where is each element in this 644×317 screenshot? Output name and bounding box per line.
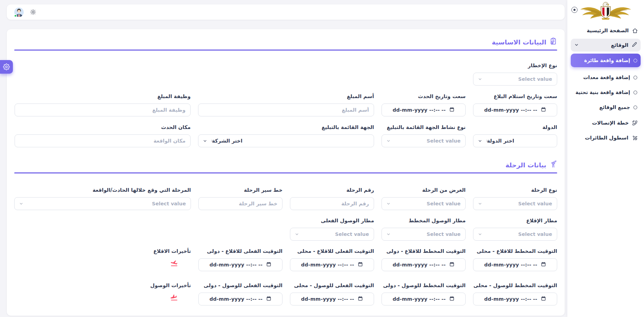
field-label: مطار الإقلاع: [473, 218, 557, 224]
chevron-down-icon: [574, 42, 579, 49]
calendar-icon: [449, 296, 454, 302]
calendar-icon: [358, 296, 363, 302]
field-label: نوع نشاط الجهة القائمة بالتبليغ: [382, 124, 466, 131]
field-label: الدولة: [473, 124, 557, 131]
flight-landing-icon: [170, 294, 178, 301]
field-reporter-name: أسم المبلغ: [198, 93, 374, 116]
radio-circle-icon: [633, 76, 637, 79]
actual-departure-intl-input[interactable]: dd-mm-yyyy --:-- --: [198, 258, 282, 271]
planned-arrival-airport-select[interactable]: Select value: [382, 228, 466, 241]
actual-arrival-local-input[interactable]: dd-mm-yyyy --:-- --: [290, 293, 374, 305]
field-label: التوقيت الفعلى للاقلاع - محلى: [290, 248, 374, 255]
chevron-down-icon: [478, 139, 482, 143]
report-received-datetime-input[interactable]: dd-mm-yyyy --:-- --: [473, 104, 557, 116]
field-label: التوقيت الفعلى للاقلاع - دولى: [198, 248, 282, 255]
actual-departure-local-input[interactable]: dd-mm-yyyy --:-- --: [290, 258, 374, 271]
notification-type-select[interactable]: Select value: [473, 73, 557, 86]
clear-icon[interactable]: ×: [211, 139, 214, 143]
radio-circle-icon: [633, 106, 637, 109]
chevron-down-icon: [386, 202, 391, 206]
user-avatar[interactable]: [14, 7, 24, 17]
field-label: خط سير الرحلة: [198, 187, 282, 193]
sidebar-item-add-infrastructure-incident[interactable]: إضافة واقعة بنية تحتية: [571, 88, 641, 96]
incident-form-card: البيانات الاساسية نوع الإخطار Select val…: [7, 29, 565, 316]
pencil-icon: [632, 42, 637, 49]
actual-arrival-intl-input[interactable]: dd-mm-yyyy --:-- --: [198, 293, 282, 305]
page: الصفحة الرئيسية الوقائع إضافة واقعة طائر…: [0, 0, 644, 317]
sidebar-item-label: إضافة واقعة معدات: [583, 75, 630, 80]
sidebar-item-label: إضافة واقعة بنية تحتية: [575, 90, 630, 95]
field-label: الجهة القائمة بالتبليغ: [198, 124, 374, 131]
sidebar-item-label: الصفحة الرئيسية: [587, 27, 629, 34]
field-label: التوقيت المخطط للوصول - محلى: [473, 282, 557, 289]
flight-type-select[interactable]: Select value: [473, 197, 557, 210]
planned-arrival-local-input[interactable]: dd-mm-yyyy --:-- --: [473, 293, 557, 305]
event-datetime-input[interactable]: dd-mm-yyyy --:-- --: [382, 104, 466, 116]
flight-takeoff-icon: [170, 259, 178, 267]
sidebar-item-add-equipment-incident[interactable]: إضافة واقعة معدات: [571, 73, 641, 81]
flight-route-input[interactable]: [198, 197, 282, 210]
planned-departure-intl-input[interactable]: dd-mm-yyyy --:-- --: [382, 258, 466, 271]
reporter-name-input[interactable]: [198, 104, 374, 116]
field-label: نوع الإخطار: [473, 62, 557, 69]
clear-icon[interactable]: ×: [486, 139, 489, 143]
calendar-icon: [541, 262, 546, 268]
org-activity-select[interactable]: Select value: [382, 134, 466, 147]
field-actual-arrival-local: التوقيت الفعلى للوصول - محلى dd-mm-yyyy …: [290, 282, 374, 305]
calendar-icon: [449, 107, 454, 113]
calendar-icon: [266, 262, 271, 268]
departure-airport-select[interactable]: Select value: [473, 228, 557, 241]
field-label: أسم المبلغ: [198, 93, 374, 100]
field-reporter-job: وظيفة المبلغ: [15, 93, 191, 116]
sidebar-item-communications-plan[interactable]: خطة الإتصالات: [571, 118, 641, 128]
chevron-down-icon: [478, 232, 482, 237]
reporting-org-select[interactable]: اختر الشركة ×: [198, 134, 374, 147]
flight-purpose-select[interactable]: Select value: [382, 197, 466, 210]
calendar-icon: [358, 262, 363, 268]
sidebar-item-add-aircraft-incident[interactable]: إضافة واقعة طائرة: [571, 54, 641, 67]
field-departure-airport: مطار الإقلاع Select value: [473, 218, 557, 241]
datetime-placeholder: dd-mm-yyyy --:-- --: [393, 296, 446, 302]
select-value: اختر الدولة: [487, 138, 514, 144]
flight-phase-select[interactable]: Select value: [14, 197, 191, 210]
field-label: المرحلة التي وقع خلالها الحادث/الواقعة: [14, 187, 191, 193]
select-placeholder: Select value: [427, 138, 461, 144]
sidebar-group-label: الوقائع: [611, 42, 628, 48]
field-actual-arrival-airport: مطار الوصول الفعلى Select value: [290, 218, 374, 241]
planned-arrival-intl-input[interactable]: dd-mm-yyyy --:-- --: [382, 293, 466, 305]
reporter-job-input[interactable]: [15, 104, 191, 116]
home-icon: [632, 28, 638, 34]
sidebar-item-label: اسطول الطائرات: [585, 135, 628, 141]
sidebar-nav: الصفحة الرئيسية الوقائع إضافة واقعة طائر…: [571, 26, 641, 143]
sidebar-item-home[interactable]: الصفحة الرئيسية: [571, 26, 641, 35]
section-title: بيانات الرحلة: [506, 161, 546, 169]
field-event-place: مكان الحدث: [15, 124, 191, 147]
sun-icon: [30, 9, 36, 15]
field-org-activity-type: نوع نشاط الجهة القائمة بالتبليغ Select v…: [382, 124, 466, 147]
sidebar-item-label: إضافة واقعة طائرة: [584, 58, 630, 63]
chevron-down-icon: [19, 202, 23, 206]
section-divider: [14, 172, 557, 173]
field-actual-arrival-intl: التوقيت الفعلى للوصول - دولى dd-mm-yyyy …: [198, 282, 282, 305]
theme-toggle-button[interactable]: [30, 9, 36, 15]
select-placeholder: Select value: [518, 201, 552, 206]
event-place-input[interactable]: [15, 134, 191, 147]
sidebar-item-all-incidents[interactable]: جميع الوقائع: [571, 103, 641, 111]
select-value: اختر الشركة: [212, 138, 242, 144]
departure-delays-button[interactable]: [157, 259, 191, 267]
plane-icon: [632, 135, 638, 141]
sidebar-collapse-icon[interactable]: [571, 7, 578, 13]
country-select[interactable]: اختر الدولة ×: [473, 134, 557, 147]
chevron-down-icon: [478, 202, 482, 206]
field-flight-phase: المرحلة التي وقع خلالها الحادث/الواقعة S…: [14, 187, 191, 210]
field-actual-departure-local: التوقيت الفعلى للاقلاع - محلى dd-mm-yyyy…: [290, 248, 374, 271]
field-notification-type: نوع الإخطار Select value: [473, 62, 557, 86]
main-area: البيانات الاساسية نوع الإخطار Select val…: [0, 0, 567, 317]
planned-departure-local-input[interactable]: dd-mm-yyyy --:-- --: [473, 258, 557, 271]
arrival-delays-button[interactable]: [157, 294, 191, 301]
actual-arrival-airport-select[interactable]: Select value: [290, 228, 374, 241]
sidebar-group-incidents[interactable]: الوقائع: [571, 39, 641, 52]
sidebar-item-aircraft-fleet[interactable]: اسطول الطائرات: [571, 133, 641, 143]
flight-number-input[interactable]: [290, 197, 374, 210]
settings-fab-button[interactable]: [0, 60, 13, 74]
